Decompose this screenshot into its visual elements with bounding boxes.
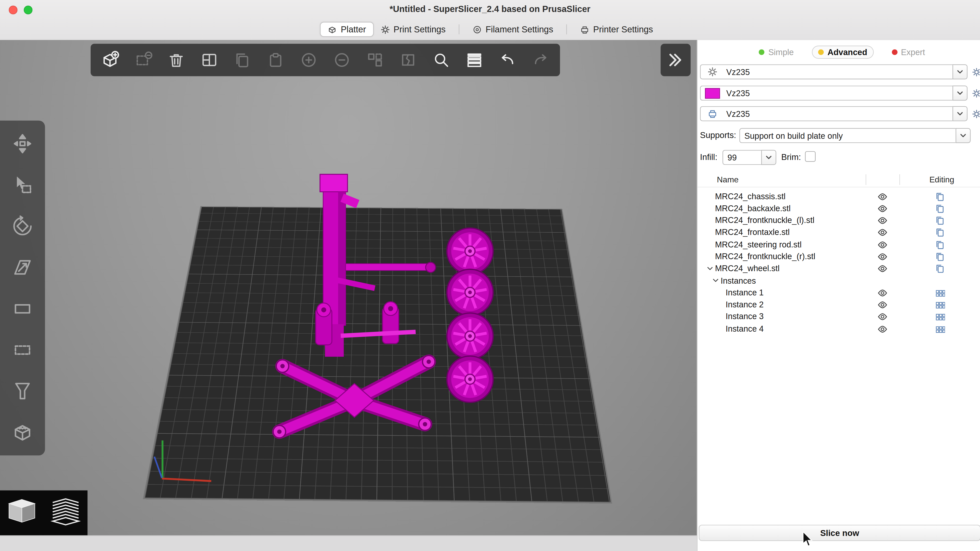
instance-edit-button[interactable] <box>935 300 945 310</box>
scale-tool-button[interactable] <box>4 249 41 286</box>
object-row[interactable]: MRC24_steering rod.stl <box>697 239 980 251</box>
instance-row[interactable]: Instance 3 <box>697 311 980 323</box>
place-on-face-tool-button[interactable] <box>4 291 41 327</box>
paste-button[interactable] <box>259 46 292 74</box>
delete-all-button[interactable] <box>127 46 159 74</box>
undo-button[interactable] <box>491 46 524 74</box>
split-to-parts-icon <box>399 51 417 69</box>
variable-layer-height-button[interactable] <box>458 46 490 74</box>
print-gear-icon <box>705 67 720 77</box>
slice-now-button[interactable]: Slice now <box>699 525 980 541</box>
object-row[interactable]: MRC24_frontaxle.stl <box>697 227 980 239</box>
object-row[interactable]: MRC24_frontknuckle_(l).stl <box>697 214 980 227</box>
instance-row[interactable]: Instance 1 <box>697 287 980 299</box>
arrange-button[interactable] <box>193 46 226 74</box>
viewport-toolbar <box>91 44 560 76</box>
preview-view-button[interactable] <box>44 490 87 535</box>
delete-all-icon <box>134 51 152 69</box>
edit-layers-button[interactable] <box>935 252 945 262</box>
infill-combo[interactable]: 99 <box>722 150 761 165</box>
redo-button[interactable] <box>525 46 557 74</box>
printer-settings-gear-button[interactable] <box>971 109 980 119</box>
remove-instance-button[interactable] <box>326 46 358 74</box>
tab-filament-settings[interactable]: Filament Settings <box>466 22 560 36</box>
brim-checkbox[interactable] <box>805 151 816 162</box>
slice-now-label: Slice now <box>820 528 859 538</box>
copy-page-icon <box>935 264 945 274</box>
instance-edit-button[interactable] <box>935 312 945 322</box>
edit-layers-button[interactable] <box>935 240 945 250</box>
seam-tool-button[interactable] <box>4 332 41 368</box>
tab-platter[interactable]: Platter <box>320 22 373 37</box>
chevron-down-icon <box>955 67 965 77</box>
eye-toggle[interactable] <box>877 252 887 262</box>
filament-preset-combo[interactable]: Vz235 <box>700 86 953 101</box>
object-row[interactable]: MRC24_chassis.stl <box>697 191 980 203</box>
edit-layers-button[interactable] <box>935 192 945 202</box>
eye-toggle[interactable] <box>877 300 887 310</box>
eye-toggle[interactable] <box>877 203 887 213</box>
print-settings-gear-button[interactable] <box>971 67 980 77</box>
split-to-parts-button[interactable] <box>392 46 425 74</box>
object-row[interactable]: MRC24_backaxle.stl <box>697 203 980 214</box>
edit-layers-button[interactable] <box>935 227 945 238</box>
add-object-button[interactable] <box>94 46 126 74</box>
eye-toggle[interactable] <box>877 192 887 202</box>
edit-layers-button[interactable] <box>935 216 945 225</box>
object-name: MRC24_frontknuckle_(l).stl <box>715 216 815 225</box>
search-button[interactable] <box>425 46 457 74</box>
tab-print-settings[interactable]: Print Settings <box>374 22 452 36</box>
edit-layers-button[interactable] <box>935 264 945 274</box>
instance-edit-button[interactable] <box>935 288 945 298</box>
select-tool-button[interactable] <box>4 167 41 203</box>
rotate-tool-button[interactable] <box>4 208 41 245</box>
eye-toggle[interactable] <box>877 227 887 238</box>
tab-label: Print Settings <box>393 24 445 35</box>
filament-settings-gear-button[interactable] <box>971 88 980 98</box>
copy-page-icon <box>935 216 945 225</box>
collapse-chevron[interactable] <box>706 264 714 273</box>
collapse-chevron[interactable] <box>711 276 720 285</box>
copy-button[interactable] <box>226 46 259 74</box>
supports-combo[interactable]: Support on build plate only <box>739 128 956 143</box>
move-icon <box>11 132 34 155</box>
viewport-3d[interactable] <box>0 40 697 535</box>
infill-dropdown[interactable] <box>761 150 776 165</box>
eye-toggle[interactable] <box>877 216 887 225</box>
move-tool-button[interactable] <box>4 125 41 162</box>
eye-toggle[interactable] <box>877 288 887 298</box>
paste-icon <box>266 51 285 69</box>
filament-preset-dropdown[interactable] <box>953 86 967 101</box>
instances-group-row[interactable]: Instances <box>697 275 980 287</box>
collapse-sidebar-button[interactable] <box>661 44 691 76</box>
split-to-objects-button[interactable] <box>359 46 391 74</box>
copy-page-icon <box>935 240 945 250</box>
object-row[interactable]: MRC24_wheel.stl <box>697 263 980 275</box>
instance-row[interactable]: Instance 2 <box>697 299 980 311</box>
gear-icon <box>380 25 390 34</box>
add-instance-button[interactable] <box>293 46 325 74</box>
eye-toggle[interactable] <box>877 264 887 274</box>
fuzzy-skin-tool-button[interactable] <box>4 414 41 451</box>
editor-view-button[interactable] <box>0 490 44 535</box>
edit-layers-button[interactable] <box>935 203 945 213</box>
eye-toggle[interactable] <box>877 312 887 322</box>
eye-toggle[interactable] <box>877 240 887 250</box>
eye-toggle[interactable] <box>877 324 887 334</box>
cut-tool-button[interactable] <box>4 373 41 409</box>
print-preset-combo[interactable]: Vz235 <box>700 64 953 79</box>
supports-dropdown[interactable] <box>956 128 970 143</box>
mode-expert[interactable]: Expert <box>886 46 931 58</box>
mode-simple[interactable]: Simple <box>753 46 799 58</box>
printer-preset-dropdown[interactable] <box>953 106 967 121</box>
object-row[interactable]: MRC24_frontknuckle_(r).stl <box>697 251 980 263</box>
printer-preset-combo[interactable]: Vz235 <box>700 106 953 121</box>
infill-row: 99 <box>722 150 776 165</box>
mode-advanced[interactable]: Advanced <box>812 45 873 59</box>
instance-row[interactable]: Instance 4 <box>697 323 980 335</box>
instance-edit-button[interactable] <box>935 324 945 334</box>
delete-button[interactable] <box>160 46 192 74</box>
add-object-icon <box>100 51 119 69</box>
print-preset-dropdown[interactable] <box>953 64 967 79</box>
tab-printer-settings[interactable]: Printer Settings <box>573 22 660 36</box>
